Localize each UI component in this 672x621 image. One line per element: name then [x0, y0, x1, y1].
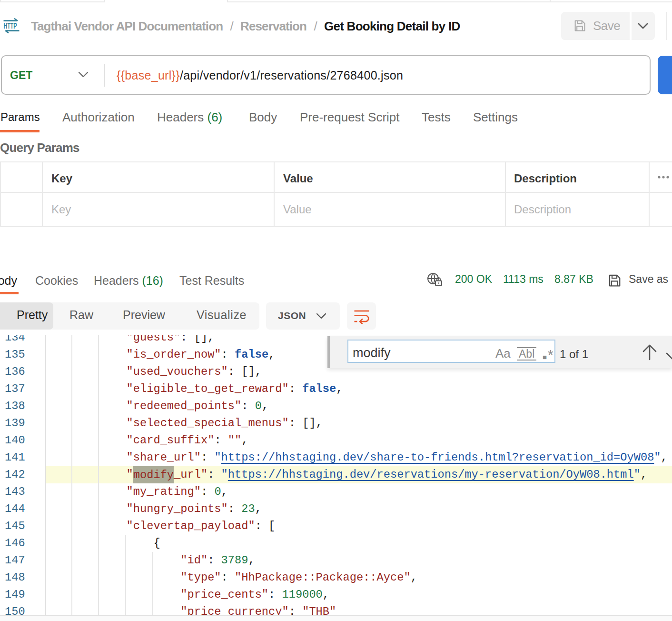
svg-text:HTTP: HTTP [4, 22, 17, 30]
